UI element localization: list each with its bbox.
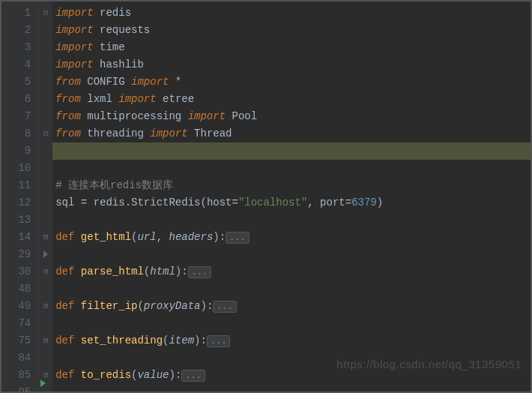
fold-expand-icon[interactable]: ⊞ — [39, 332, 52, 350]
line-number: 48 — [12, 280, 31, 298]
token-collapsed: ... — [226, 232, 250, 244]
line-number: 5 — [12, 74, 31, 91]
token-ident: multiprocessing — [81, 110, 188, 122]
token-op: : — [200, 334, 206, 346]
token-param: proxyData — [144, 300, 201, 312]
token-paren: ) — [175, 266, 181, 278]
fold-expand-icon[interactable]: ⊞ — [39, 229, 52, 246]
code-line[interactable]: import time — [55, 39, 525, 56]
token-comment: # 连接本机redis数据库 — [55, 179, 173, 191]
code-line[interactable]: def parse_html(html):... — [55, 263, 525, 280]
token-op: = — [232, 196, 238, 208]
run-gutter-icon[interactable] — [40, 380, 46, 387]
token-collapsed: ... — [213, 301, 237, 313]
watermark-text: https://blog.csdn.net/qq_31359051 — [336, 358, 522, 370]
code-line[interactable]: def set_threading(item):... — [55, 332, 525, 350]
line-number: 4 — [12, 56, 31, 74]
code-line[interactable]: import hashlib — [55, 56, 525, 74]
token-ident: Thread — [188, 128, 232, 140]
token-param: value — [137, 369, 169, 381]
token-ident: sql — [55, 196, 81, 208]
fold-empty — [39, 177, 52, 194]
token-ident: lxml — [81, 93, 118, 105]
fold-empty — [39, 160, 52, 177]
line-number: 75 — [12, 332, 31, 350]
line-number: 11 — [12, 177, 31, 194]
code-line[interactable]: from CONFIG import * — [55, 74, 525, 91]
fold-expand-icon[interactable]: ⊞ — [39, 263, 52, 280]
code-line[interactable] — [55, 160, 525, 177]
line-number: 3 — [12, 39, 31, 56]
code-line[interactable] — [55, 212, 525, 229]
code-line[interactable]: def filter_ip(proxyData):... — [55, 298, 525, 315]
token-collapsed: ... — [188, 266, 212, 278]
token-ident: time — [94, 41, 125, 53]
token-ident: host — [207, 196, 232, 208]
fold-column[interactable]: ⊟⊟⊞⊞⊞⊞⊞⊞⊞ — [39, 2, 52, 392]
code-area[interactable]: import redisimport requestsimport timeim… — [52, 2, 531, 392]
line-number: 12 — [12, 194, 31, 212]
token-param: html — [150, 266, 175, 278]
line-number: 2 — [12, 22, 31, 39]
token-ident: redis.StrictRedis( — [87, 196, 207, 208]
fold-empty — [39, 315, 52, 332]
code-line[interactable]: from threading import Thread — [55, 125, 525, 142]
token-kw: from — [55, 93, 81, 105]
token-fn: get_html — [81, 231, 131, 243]
token-ident: hashlib — [94, 58, 144, 70]
token-op: , — [157, 231, 169, 243]
line-number: 95 — [12, 384, 31, 393]
code-line[interactable] — [55, 315, 525, 332]
fold-empty — [39, 350, 52, 367]
code-line[interactable] — [55, 280, 525, 298]
token-fn: to_redis — [81, 369, 131, 381]
code-line[interactable] — [55, 246, 525, 263]
code-line[interactable]: from lxml import etree — [55, 91, 525, 108]
code-line[interactable]: # 连接本机redis数据库 — [55, 177, 525, 194]
line-number: 29 — [12, 246, 31, 263]
token-op: : — [220, 231, 226, 243]
fold-empty — [39, 142, 52, 160]
code-line[interactable]: import redis — [55, 4, 525, 22]
line-number: 1 — [12, 4, 31, 22]
token-kw2: def — [55, 300, 81, 312]
fold-empty — [39, 212, 52, 229]
fold-collapse-icon[interactable]: ⊟ — [39, 125, 52, 142]
token-kw: import — [55, 7, 93, 19]
token-ident: port — [314, 196, 345, 208]
fold-collapse-icon[interactable]: ⊟ — [39, 4, 52, 22]
current-line-highlight — [52, 142, 531, 160]
code-line[interactable]: sql = redis.StrictRedis(host="localhost"… — [55, 194, 525, 212]
token-op: : — [181, 266, 187, 278]
fold-expand-icon[interactable]: ⊞ — [39, 298, 52, 315]
token-fn: filter_ip — [81, 300, 138, 312]
code-line[interactable]: def get_html(url, headers):... — [55, 229, 525, 246]
fold-empty — [39, 91, 52, 108]
code-line[interactable]: import requests — [55, 22, 525, 39]
code-editor[interactable]: 1234567891011121314293048497475848595961… — [1, 2, 531, 392]
token-ident: etree — [157, 93, 194, 105]
token-kw: import — [188, 110, 226, 122]
token-fn: set_threading — [81, 334, 163, 346]
line-number: 10 — [12, 160, 31, 177]
token-ident: Pool — [226, 110, 257, 122]
line-number: 49 — [12, 298, 31, 315]
line-number: 84 — [12, 350, 31, 367]
code-line[interactable] — [55, 384, 525, 393]
fold-empty — [39, 74, 52, 91]
token-ident: CONFIG — [81, 76, 131, 88]
token-paren: ) — [213, 231, 219, 243]
token-op: , — [307, 196, 313, 208]
line-number: 74 — [12, 315, 31, 332]
token-paren: ) — [200, 300, 206, 312]
line-number: 13 — [12, 212, 31, 229]
token-kw: import — [150, 128, 187, 140]
line-number: 8 — [12, 125, 31, 142]
token-kw2: def — [55, 266, 81, 278]
code-line[interactable]: from multiprocessing import Pool — [55, 108, 525, 125]
token-ident: threading — [81, 128, 150, 140]
token-param: url — [137, 231, 156, 243]
token-ident: redis — [94, 7, 131, 19]
token-kw: import — [118, 93, 156, 105]
fold-empty — [39, 56, 52, 74]
